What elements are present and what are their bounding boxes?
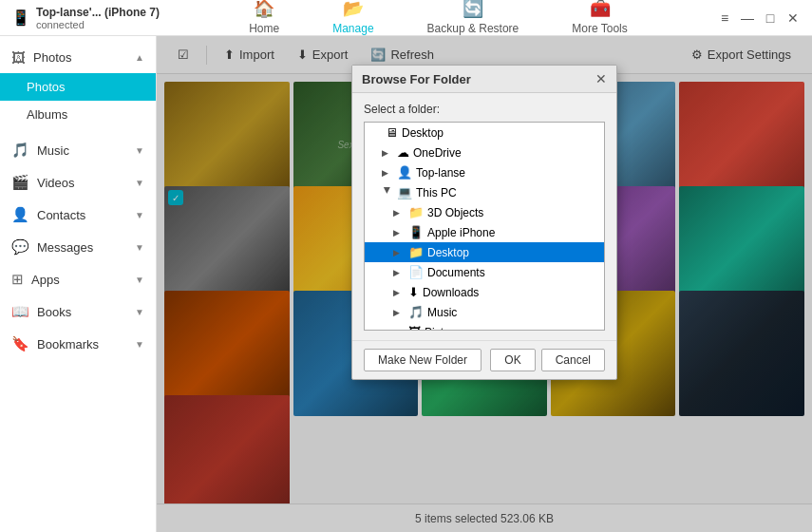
tree-item-desktop-root[interactable]: 🖥 Desktop: [365, 123, 604, 142]
dialog-body: Select a folder: 🖥 Desktop ▶ ☁ OneDriv: [352, 93, 616, 340]
home-icon: 🏠: [254, 0, 274, 19]
messages-chevron-icon: ▼: [135, 242, 144, 253]
sidebar-contacts-label: Contacts: [37, 208, 85, 222]
minimize-button[interactable]: —: [740, 10, 755, 26]
tree-arrow-music-folder: ▶: [393, 308, 405, 317]
tree-label-desktop-root: Desktop: [402, 126, 444, 140]
bookmarks-chevron-icon: ▼: [135, 339, 144, 350]
tree-arrow-downloads: ▶: [393, 288, 405, 297]
sidebar-apps-label: Apps: [31, 273, 60, 287]
tree-label-pictures: Pictures: [425, 326, 465, 332]
tree-label-onedrive: OneDrive: [413, 146, 462, 160]
nav-home[interactable]: 🏠 Home: [241, 0, 287, 41]
desktop-folder-icon: 📁: [408, 245, 424, 259]
backup-icon: 🔄: [463, 0, 483, 19]
videos-chevron-icon: ▼: [135, 178, 144, 188]
sidebar-item-albums[interactable]: Albums: [0, 101, 156, 128]
sidebar-music-label: Music: [37, 143, 69, 158]
tree-item-3d-objects[interactable]: ▶ 📁 3D Objects: [365, 202, 604, 222]
sidebar-albums-label: Albums: [27, 107, 67, 122]
videos-sidebar-icon: 🎬: [11, 174, 29, 191]
sidebar-header-photos[interactable]: 🖼 Photos ▲: [0, 42, 156, 73]
tree-label-desktop-folder: Desktop: [427, 246, 469, 259]
folder-tree[interactable]: 🖥 Desktop ▶ ☁ OneDrive ▶ 👤: [364, 122, 605, 331]
dialog-select-label: Select a folder:: [364, 103, 605, 116]
tree-item-onedrive[interactable]: ▶ ☁ OneDrive: [365, 142, 604, 162]
documents-icon: 📄: [408, 265, 424, 279]
music-chevron-icon: ▼: [135, 145, 144, 156]
tree-item-music-folder[interactable]: ▶ 🎵 Music: [365, 302, 604, 322]
tree-arrow-apple: ▶: [393, 228, 405, 238]
tree-label-3d-objects: 3D Objects: [427, 206, 483, 219]
tree-item-pictures[interactable]: ▶ 🖼 Pictures: [365, 322, 604, 331]
dialog-close-button[interactable]: ✕: [595, 71, 607, 86]
make-new-folder-button[interactable]: Make New Folder: [364, 349, 482, 371]
onedrive-icon: ☁: [397, 145, 409, 160]
apple-iphone-icon: 📱: [408, 225, 424, 239]
music-folder-icon: 🎵: [408, 305, 424, 319]
manage-icon: 📂: [343, 0, 364, 19]
nav-manage-label: Manage: [332, 22, 373, 35]
sidebar-books-label: Books: [37, 305, 71, 319]
sidebar-photos-child-label: Photos: [27, 80, 65, 94]
tree-item-this-pc[interactable]: ▶ 💻 This PC: [365, 182, 604, 202]
contacts-chevron-icon: ▼: [135, 210, 144, 220]
sidebar-header-messages[interactable]: 💬 Messages ▼: [0, 231, 156, 263]
sidebar-header-music[interactable]: 🎵 Music ▼: [0, 134, 156, 166]
this-pc-icon: 💻: [397, 185, 412, 200]
bookmarks-sidebar-icon: 🔖: [11, 335, 29, 352]
sidebar-section-photos: 🖼 Photos ▲ Photos Albums: [0, 36, 156, 134]
maximize-button[interactable]: □: [763, 10, 778, 26]
tree-arrow-onedrive: ▶: [382, 148, 393, 158]
sidebar-photos-label: Photos: [33, 50, 71, 65]
main-layout: 🖼 Photos ▲ Photos Albums 🎵 Music ▼ 🎬 Vid…: [0, 36, 812, 532]
device-name: Top-lanse'... (iPhone 7): [36, 6, 160, 19]
tree-label-documents: Documents: [427, 266, 485, 279]
title-bar: 📱 Top-lanse'... (iPhone 7) connected 🏠 H…: [0, 0, 812, 36]
3d-objects-icon: 📁: [408, 205, 424, 219]
nav-manage[interactable]: 📂 Manage: [325, 0, 381, 41]
desktop-root-icon: 🖥: [386, 125, 398, 140]
tree-label-this-pc: This PC: [416, 186, 457, 200]
tree-arrow-this-pc: ▶: [383, 187, 392, 199]
tree-item-top-lanse[interactable]: ▶ 👤 Top-lanse: [365, 162, 604, 182]
device-status: connected: [36, 19, 160, 30]
music-sidebar-icon: 🎵: [11, 142, 29, 159]
sidebar-header-books[interactable]: 📖 Books ▼: [0, 295, 156, 328]
sidebar-header-bookmarks[interactable]: 🔖 Bookmarks ▼: [0, 328, 156, 360]
pictures-icon: 🖼: [408, 325, 421, 331]
content-area: ☑ ⬆ Import ⬇ Export 🔄 Refresh ⚙ Export S…: [157, 36, 812, 532]
tree-item-downloads[interactable]: ▶ ⬇ Downloads: [365, 282, 604, 302]
nav-home-label: Home: [249, 22, 279, 35]
contacts-sidebar-icon: 👤: [11, 206, 29, 223]
tree-label-top-lanse: Top-lanse: [416, 166, 465, 180]
window-controls: ≡ — □ ✕: [717, 10, 801, 26]
tree-item-documents[interactable]: ▶ 📄 Documents: [365, 262, 604, 282]
device-icon: 📱: [11, 9, 30, 27]
sidebar-header-apps[interactable]: ⊞ Apps ▼: [0, 263, 156, 295]
sidebar-header-videos[interactable]: 🎬 Videos ▼: [0, 166, 156, 199]
tree-item-apple-iphone[interactable]: ▶ 📱 Apple iPhone: [365, 222, 604, 242]
nav-backup[interactable]: 🔄 Backup & Restore: [420, 0, 527, 41]
tools-icon: 🧰: [590, 0, 611, 19]
cancel-button[interactable]: Cancel: [541, 349, 605, 371]
dialog-title-bar: Browse For Folder ✕: [352, 66, 616, 93]
books-sidebar-icon: 📖: [11, 303, 29, 320]
sidebar: 🖼 Photos ▲ Photos Albums 🎵 Music ▼ 🎬 Vid…: [0, 36, 157, 532]
nav-tools[interactable]: 🧰 More Tools: [564, 0, 634, 41]
dialog-title: Browse For Folder: [362, 72, 471, 86]
downloads-icon: ⬇: [408, 285, 419, 299]
sidebar-bookmarks-label: Bookmarks: [37, 337, 99, 352]
tree-item-desktop-folder[interactable]: ▶ 📁 Desktop: [365, 242, 604, 262]
title-bar-nav: 🏠 Home 📂 Manage 🔄 Backup & Restore 🧰 Mor…: [160, 0, 717, 41]
close-button[interactable]: ✕: [785, 10, 801, 26]
menu-button[interactable]: ≡: [717, 10, 732, 26]
ok-button[interactable]: OK: [490, 349, 535, 371]
apps-chevron-icon: ▼: [135, 275, 144, 285]
tree-arrow-pictures: ▶: [393, 328, 405, 332]
sidebar-item-photos[interactable]: Photos: [0, 73, 156, 101]
nav-backup-label: Backup & Restore: [427, 22, 519, 35]
browse-folder-dialog: Browse For Folder ✕ Select a folder: 🖥 D…: [351, 65, 617, 380]
sidebar-header-contacts[interactable]: 👤 Contacts ▼: [0, 199, 156, 231]
dialog-action-buttons: OK Cancel: [490, 349, 605, 371]
